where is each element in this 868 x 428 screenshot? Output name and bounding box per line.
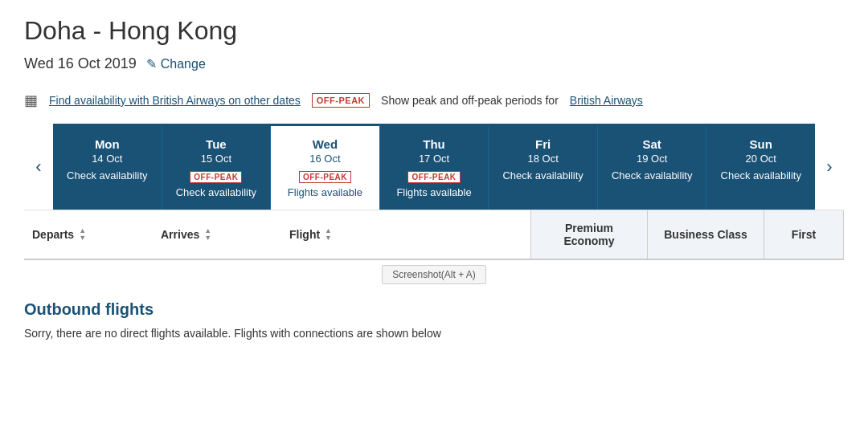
day-status: Flights available — [385, 186, 484, 198]
day-status: Check availability — [58, 169, 157, 181]
day-status: Check availability — [603, 169, 702, 181]
th-arrives: Arrives ▲▼ — [153, 210, 281, 259]
date-row: Wed 16 Oct 2019 ✎ Change — [24, 55, 844, 72]
day-date: 20 Oct — [711, 153, 810, 165]
th-departs: Departs ▲▼ — [24, 210, 153, 259]
prev-arrow[interactable]: ‹ — [24, 124, 53, 210]
day-status: Flights available — [276, 186, 375, 198]
selected-date: Wed 16 Oct 2019 — [24, 55, 137, 72]
day-status: Check availability — [493, 169, 592, 181]
sort-icon-arrives[interactable]: ▲▼ — [204, 227, 211, 242]
day-name: Sat — [603, 137, 702, 151]
peak-description: Show peak and off-peak periods for — [381, 94, 559, 107]
no-flights-text: Sorry, there are no direct flights avail… — [24, 327, 844, 340]
day-status: Check availability — [167, 186, 266, 198]
screenshot-tooltip: Screenshot(Alt + A) — [24, 265, 844, 284]
calendar-icon: ▦ — [24, 92, 38, 109]
day-cell-fri[interactable]: Fri18 OctCheck availability — [489, 126, 598, 210]
day-name: Tue — [167, 137, 266, 151]
day-badge: OFF-PEAK — [299, 171, 351, 183]
day-name: Fri — [493, 137, 592, 151]
find-availability-link[interactable]: Find availability with British Airways o… — [49, 94, 301, 107]
day-name: Thu — [385, 137, 484, 151]
table-header: Departs ▲▼ Arrives ▲▼ Flight ▲▼ Premium … — [24, 210, 844, 260]
british-airways-link[interactable]: British Airways — [570, 94, 643, 107]
day-status: Check availability — [711, 169, 810, 181]
days-grid: Mon14 OctCheck availabilityTue15 OctOFF-… — [53, 124, 815, 210]
th-business-class: Business Class — [647, 210, 764, 259]
next-arrow[interactable]: › — [815, 124, 844, 210]
day-cell-sat[interactable]: Sat19 OctCheck availability — [598, 126, 707, 210]
change-link[interactable]: ✎ Change — [146, 56, 206, 71]
th-first: First — [764, 210, 844, 259]
screenshot-hint: Screenshot(Alt + A) — [382, 265, 486, 284]
day-cell-wed[interactable]: Wed16 OctOFF-PEAKFlights available — [271, 124, 380, 210]
availability-bar: ▦ Find availability with British Airways… — [24, 92, 844, 109]
day-name: Sun — [711, 137, 810, 151]
sort-icon-flight[interactable]: ▲▼ — [325, 227, 332, 242]
page-container: Doha - Hong Kong Wed 16 Oct 2019 ✎ Chang… — [0, 0, 868, 356]
day-cell-tue[interactable]: Tue15 OctOFF-PEAKCheck availability — [162, 126, 272, 210]
calendar-nav: ‹ Mon14 OctCheck availabilityTue15 OctOF… — [24, 124, 844, 210]
day-date: 15 Oct — [167, 153, 266, 165]
day-cell-sun[interactable]: Sun20 OctCheck availability — [706, 126, 815, 210]
page-title: Doha - Hong Kong — [24, 16, 844, 46]
pencil-icon: ✎ — [146, 56, 157, 71]
day-date: 14 Oct — [58, 153, 157, 165]
change-label: Change — [161, 57, 206, 71]
day-name: Mon — [58, 137, 157, 151]
outbound-title: Outbound flights — [24, 300, 844, 319]
day-badge: OFF-PEAK — [407, 171, 460, 183]
day-date: 18 Oct — [493, 153, 592, 165]
th-premium-economy: Premium Economy — [530, 210, 647, 259]
th-flight: Flight ▲▼ — [281, 210, 530, 259]
day-name: Wed — [276, 137, 375, 151]
day-cell-mon[interactable]: Mon14 OctCheck availability — [53, 126, 162, 210]
off-peak-badge-info: OFF-PEAK — [312, 93, 370, 108]
day-cell-thu[interactable]: Thu17 OctOFF-PEAKFlights available — [380, 126, 489, 210]
day-badge: OFF-PEAK — [190, 171, 242, 183]
sort-icon-departs[interactable]: ▲▼ — [79, 227, 86, 242]
day-date: 17 Oct — [385, 153, 484, 165]
day-date: 16 Oct — [276, 153, 375, 165]
outbound-section: Outbound flights Sorry, there are no dir… — [24, 300, 844, 340]
day-date: 19 Oct — [603, 153, 702, 165]
